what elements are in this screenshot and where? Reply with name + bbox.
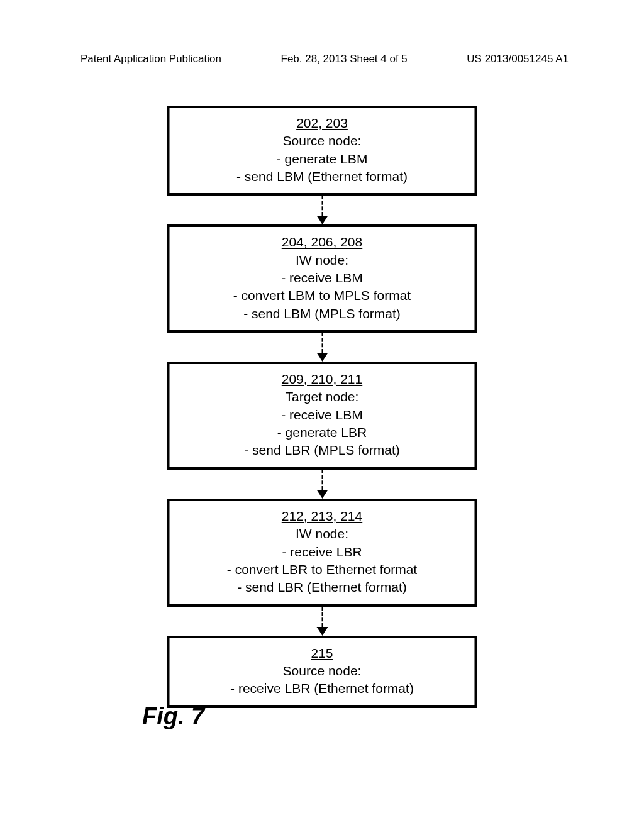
flow-box-5: 215 Source node: - receive LBR (Ethernet… bbox=[167, 636, 477, 708]
flow-connector bbox=[316, 333, 328, 362]
header-right: US 2013/0051245 A1 bbox=[467, 53, 569, 65]
node-label: Target node: bbox=[286, 389, 359, 404]
flow-connector bbox=[316, 470, 328, 499]
flow-box-4: 212, 213, 214 IW node: - receive LBR - c… bbox=[167, 499, 477, 607]
node-label: Source node: bbox=[283, 663, 362, 678]
figure-label: Fig. 7 bbox=[142, 703, 204, 730]
box-line: - generate LBR bbox=[277, 425, 367, 440]
box-line: - receive LBR bbox=[282, 545, 362, 559]
flow-box-3: 209, 210, 211 Target node: - receive LBM… bbox=[167, 362, 477, 470]
step-ref: 209, 210, 211 bbox=[282, 372, 362, 386]
step-ref: 204, 206, 208 bbox=[282, 235, 362, 249]
node-label: IW node: bbox=[296, 253, 348, 267]
connector-line bbox=[321, 607, 323, 627]
arrow-down-icon bbox=[316, 627, 328, 636]
arrow-down-icon bbox=[316, 216, 328, 224]
step-ref: 202, 203 bbox=[296, 116, 348, 130]
arrow-down-icon bbox=[316, 490, 328, 499]
flow-box-1: 202, 203 Source node: - generate LBM - s… bbox=[167, 106, 477, 196]
box-line: - receive LBM bbox=[281, 407, 363, 422]
box-line: - send LBM (MPLS format) bbox=[243, 306, 401, 321]
box-line: - generate LBM bbox=[277, 152, 368, 166]
step-ref: 215 bbox=[311, 646, 333, 660]
flowchart: 202, 203 Source node: - generate LBM - s… bbox=[167, 106, 477, 708]
header-left: Patent Application Publication bbox=[80, 53, 221, 65]
box-line: - receive LBM bbox=[281, 270, 363, 285]
node-label: IW node: bbox=[296, 526, 348, 541]
connector-line bbox=[321, 333, 323, 353]
box-line: - convert LBR to Ethernet format bbox=[227, 562, 417, 577]
arrow-down-icon bbox=[316, 353, 328, 362]
box-line: - send LBM (Ethernet format) bbox=[236, 169, 408, 184]
box-line: - receive LBR (Ethernet format) bbox=[230, 681, 414, 695]
page-header: Patent Application Publication Feb. 28, … bbox=[0, 53, 644, 65]
flow-connector bbox=[316, 196, 328, 224]
step-ref: 212, 213, 214 bbox=[282, 509, 362, 523]
flow-box-2: 204, 206, 208 IW node: - receive LBM - c… bbox=[167, 224, 477, 333]
box-line: - convert LBM to MPLS format bbox=[233, 288, 411, 302]
connector-line bbox=[321, 196, 323, 216]
box-line: - send LBR (Ethernet format) bbox=[237, 580, 407, 594]
header-center: Feb. 28, 2013 Sheet 4 of 5 bbox=[281, 53, 408, 65]
connector-line bbox=[321, 470, 323, 490]
box-line: - send LBR (MPLS format) bbox=[244, 443, 399, 457]
flow-connector bbox=[316, 607, 328, 636]
node-label: Source node: bbox=[283, 133, 362, 148]
